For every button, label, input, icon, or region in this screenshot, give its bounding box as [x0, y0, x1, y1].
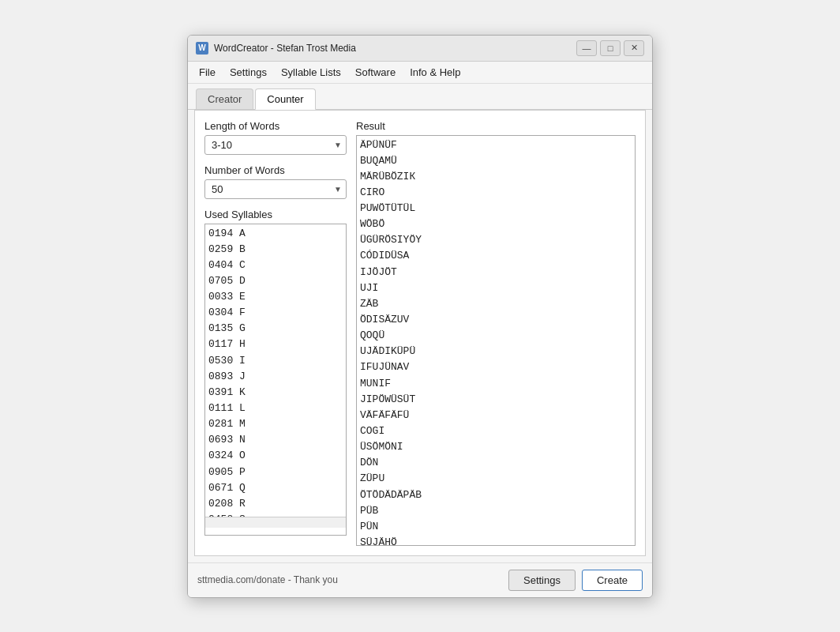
list-item: ÄPÜNÜF	[360, 137, 632, 153]
length-select[interactable]: 3-10 1-5 5-15 3-8	[204, 135, 347, 155]
list-item: 0893 J	[208, 369, 343, 385]
list-item: 0530 I	[208, 353, 343, 369]
tab-creator[interactable]: Creator	[196, 88, 253, 109]
list-item: 0208 R	[208, 496, 343, 512]
number-label: Number of Words	[204, 164, 347, 176]
list-item: ÖTÖDÄDÄPÄB	[360, 487, 632, 503]
number-select-wrapper: 50 10 25 100 200 ▼	[204, 179, 347, 199]
list-item: MUNIF	[360, 376, 632, 392]
list-item: JIPÖWÜSÜT	[360, 392, 632, 408]
left-panel: Length of Words 3-10 1-5 5-15 3-8 ▼ Numb…	[204, 120, 347, 546]
list-item: 0391 K	[208, 385, 343, 401]
list-item: ZÜPU	[360, 471, 632, 487]
list-item: SÜJÄHÖ	[360, 535, 632, 544]
list-item: 0194 A	[208, 226, 343, 242]
list-item: PÜN	[360, 519, 632, 535]
list-item: 0117 H	[208, 337, 343, 352]
app-icon: W	[196, 42, 208, 55]
right-panel: Result ÄPÜNÜFBUQAMÜMÄRÜBÖZIКCIROPUWÖTÜTÜ…	[356, 120, 636, 546]
list-item: 0404 C	[208, 258, 343, 273]
length-select-wrapper: 3-10 1-5 5-15 3-8 ▼	[204, 135, 347, 155]
two-col-layout: Length of Words 3-10 1-5 5-15 3-8 ▼ Numb…	[204, 120, 636, 546]
list-item: 0324 O	[208, 448, 343, 464]
list-item: CIRO	[360, 185, 632, 201]
tab-counter[interactable]: Counter	[255, 88, 315, 110]
bottom-buttons: Settings Create	[508, 570, 643, 591]
menu-info-help[interactable]: Info & Help	[403, 64, 467, 81]
syllable-list[interactable]: 0194 A0259 B0404 C0705 D0033 E0304 F0135…	[205, 224, 346, 517]
content-area: Length of Words 3-10 1-5 5-15 3-8 ▼ Numb…	[194, 110, 646, 556]
result-list-container: ÄPÜNÜFBUQAMÜMÄRÜBÖZIКCIROPUWÖTÜTÜLWÖBÖÜG…	[356, 135, 636, 546]
title-bar: W WordCreator - Stefan Trost Media — □ ✕	[188, 36, 652, 62]
list-item: 0033 E	[208, 289, 343, 305]
menu-bar: File Settings Syllable Lists Software In…	[188, 62, 652, 84]
number-select[interactable]: 50 10 25 100 200	[204, 179, 347, 199]
result-list[interactable]: ÄPÜNÜFBUQAMÜMÄRÜBÖZIКCIROPUWÖTÜTÜLWÖBÖÜG…	[357, 136, 635, 545]
list-item: CÓDIDÜSA	[360, 248, 632, 264]
list-item: BUQAMÜ	[360, 153, 632, 169]
syllables-label: Used Syllables	[204, 209, 347, 220]
list-item: 0281 M	[208, 416, 343, 432]
status-text: sttmedia.com/donate - Thank you	[197, 574, 338, 585]
menu-file[interactable]: File	[193, 64, 222, 81]
list-item: QOQÜ	[360, 328, 632, 344]
list-item: ZÄB	[360, 296, 632, 312]
list-item: 0304 F	[208, 305, 343, 321]
list-item: UJÄDIKÜPÜ	[360, 344, 632, 359]
list-item: PUWÖTÜTÜL	[360, 201, 632, 216]
list-item: ÖDISÄZUV	[360, 312, 632, 328]
window-title: WordCreator - Stefan Trost Media	[214, 43, 356, 54]
list-item: VÄFÄFÄFÜ	[360, 408, 632, 423]
list-item: DÖN	[360, 455, 632, 471]
list-item: IFUJÜNAV	[360, 359, 632, 375]
length-label: Length of Words	[204, 120, 347, 132]
title-bar-controls: — □ ✕	[576, 40, 644, 56]
list-item: 0135 G	[208, 321, 343, 337]
menu-settings[interactable]: Settings	[223, 64, 273, 81]
close-button[interactable]: ✕	[624, 40, 644, 56]
list-item: 0705 D	[208, 273, 343, 289]
result-label: Result	[356, 120, 636, 132]
main-window: W WordCreator - Stefan Trost Media — □ ✕…	[187, 35, 653, 598]
menu-syllable-lists[interactable]: Syllable Lists	[275, 64, 347, 81]
create-button[interactable]: Create	[582, 570, 643, 591]
list-item: IJÖJÖT	[360, 265, 632, 280]
list-item: PÜB	[360, 503, 632, 519]
list-item: 0111 L	[208, 401, 343, 416]
list-item: MÄRÜBÖZIК	[360, 169, 632, 185]
syllable-hscroll[interactable]	[205, 517, 346, 528]
list-item: COGI	[360, 423, 632, 439]
list-item: 0693 N	[208, 432, 343, 448]
list-item: WÖBÖ	[360, 216, 632, 232]
menu-software[interactable]: Software	[349, 64, 402, 81]
list-item: 0259 B	[208, 242, 343, 258]
list-item: 0671 Q	[208, 480, 343, 496]
list-item: UJI	[360, 280, 632, 296]
maximize-button[interactable]: □	[600, 40, 621, 56]
settings-button[interactable]: Settings	[508, 570, 576, 591]
list-item: ÜGÜRÖSIYÖY	[360, 232, 632, 248]
title-bar-left: W WordCreator - Stefan Trost Media	[196, 42, 356, 55]
tab-bar: Creator Counter	[188, 84, 652, 110]
syllable-list-container: 0194 A0259 B0404 C0705 D0033 E0304 F0135…	[204, 224, 347, 536]
minimize-button[interactable]: —	[576, 40, 597, 56]
bottom-bar: sttmedia.com/donate - Thank you Settings…	[188, 562, 652, 597]
list-item: ÜSÖMÖNI	[360, 439, 632, 455]
list-item: 0905 P	[208, 465, 343, 480]
